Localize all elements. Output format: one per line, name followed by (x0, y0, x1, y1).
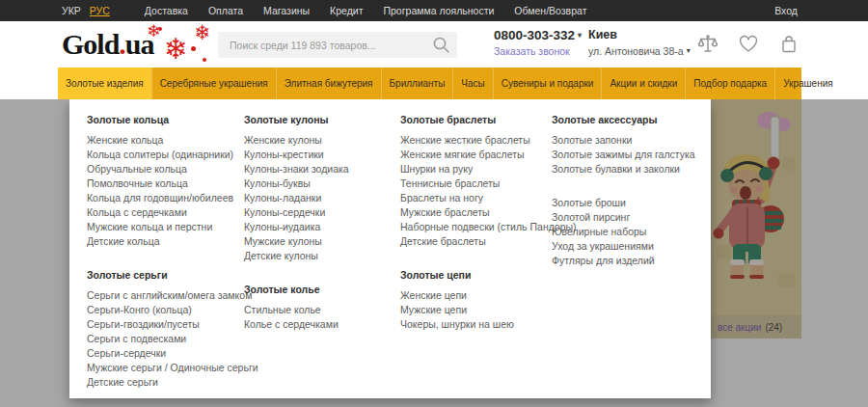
menu-section-title[interactable]: Золотые аксессуары (552, 113, 711, 127)
menu-item-link[interactable]: Серьги с английским/омега замком (87, 288, 244, 303)
topbar-link[interactable]: Программа лояльности (383, 5, 494, 16)
menu-item-link[interactable]: Золотые броши (552, 196, 711, 210)
menu-section: Золотые серьгиСерьги с английским/омега … (87, 268, 244, 390)
login-link[interactable]: Вход (774, 5, 798, 16)
menu-item-link[interactable]: Наборные подвески (стиль Пандоры) (400, 220, 552, 234)
callback-link[interactable]: Заказать звонок (494, 45, 582, 57)
menu-item-link[interactable]: Уход за украшениями (552, 239, 711, 254)
menu-item-link[interactable]: Кольца с сердечками (87, 205, 244, 220)
menu-item-link[interactable]: Мужские кольца и перстни (87, 220, 244, 234)
menu-item-link[interactable]: Кулоны-ладанки (244, 191, 400, 205)
language-switcher: УКР РУС (62, 5, 110, 16)
address-selector[interactable]: ул. Антоновича 38-а▾ (588, 45, 691, 57)
menu-item-link[interactable]: Золотые булавки и заколки (552, 162, 711, 176)
topbar-link[interactable]: Обмен/Возврат (514, 5, 586, 16)
menu-item-link[interactable]: Колье с сердечками (244, 317, 400, 332)
caret-down-icon: ▾ (578, 31, 582, 40)
menu-item-link[interactable]: Браслеты на ногу (400, 191, 552, 205)
main-nav: Золотые изделияСеребряные украшенияЭлитн… (58, 68, 801, 99)
topbar-link[interactable]: Оплата (208, 5, 243, 16)
menu-item-link[interactable]: Кольца солитеры (одинарники) (87, 148, 244, 162)
phone-number[interactable]: 0800-303-332▾ (494, 28, 582, 42)
topbar-link[interactable]: Кредит (330, 5, 363, 16)
snowflake-icon: ❄ (194, 22, 211, 42)
menu-item-link[interactable]: Кулоны-сердечки (244, 205, 400, 220)
mega-menu-column: Золотые браслетыЖенские жесткие браслеты… (400, 113, 552, 398)
red-dot-decoration (203, 58, 206, 62)
menu-item-link[interactable]: Мужские браслеты (400, 205, 552, 220)
red-dot-decoration (191, 46, 196, 51)
mega-menu-column: Золотые кулоныЖенские кулоныКулоны-крест… (244, 113, 400, 398)
wishlist-heart-icon[interactable] (737, 33, 760, 56)
menu-section: Золотые браслетыЖенские жесткие браслеты… (400, 113, 552, 249)
search-icon[interactable] (424, 32, 457, 58)
mega-menu: Золотые кольцаЖенские кольцаКольца солит… (69, 99, 711, 398)
nav-tab[interactable]: Сувениры и подарки (493, 68, 602, 99)
compare-scales-icon[interactable] (696, 33, 719, 56)
menu-item-link[interactable]: Женские мягкие браслеты (400, 148, 552, 162)
menu-item-link[interactable]: Кулоны-крестики (244, 148, 400, 162)
lang-ukr-link[interactable]: УКР (62, 5, 81, 16)
lang-rus-link[interactable]: РУС (90, 5, 110, 16)
menu-item-link[interactable]: Кулоны-знаки зодиака (244, 162, 400, 176)
menu-item-link[interactable]: Золотые зажимы для галстука (552, 148, 711, 162)
menu-item-link[interactable]: Серьги с подвесками (87, 332, 244, 346)
menu-item-link[interactable]: Серьги-Конго (кольца) (87, 303, 244, 317)
nav-tab[interactable]: Золотые изделия (58, 68, 151, 99)
menu-item-link[interactable]: Женские цепи (400, 288, 552, 303)
logo-text: Gold.ua (62, 21, 154, 68)
menu-item-link[interactable]: Серьги-гвоздики/пусеты (87, 317, 244, 332)
search-input[interactable] (218, 40, 424, 51)
nav-tab[interactable]: Серебряные украшения (151, 68, 276, 99)
menu-section-title[interactable]: Золотые кольца (87, 113, 244, 127)
cart-bag-icon[interactable] (777, 33, 800, 56)
nav-tab[interactable]: Элитная бижутерия (276, 68, 381, 99)
menu-item-link[interactable]: Женские кулоны (244, 133, 400, 148)
menu-section-title[interactable]: Золотые колье (244, 283, 400, 297)
menu-item-link[interactable]: Футляры для изделий (552, 254, 711, 268)
menu-item-link[interactable]: Детские серьги (87, 375, 244, 390)
topbar-link[interactable]: Доставка (145, 5, 188, 16)
menu-item-link[interactable]: Мужские кулоны (244, 234, 400, 249)
caret-down-icon: ▾ (687, 46, 691, 55)
menu-item-link[interactable]: Чокеры, шнурки на шею (400, 317, 552, 332)
menu-item-link[interactable]: Помолвочные кольца (87, 176, 244, 191)
menu-item-link[interactable]: Шнурки на руку (400, 162, 552, 176)
nav-tab[interactable]: Бриллианты (381, 68, 453, 99)
menu-item-link[interactable]: Стильные колье (244, 303, 400, 317)
menu-section-title[interactable]: Золотые кулоны (244, 113, 400, 127)
menu-item-link[interactable]: Кольца для годовщин/юбилеев (87, 191, 244, 205)
menu-item-link[interactable]: Кулоны-иудаика (244, 220, 400, 234)
menu-item-link[interactable]: Золотые запонки (552, 133, 711, 148)
menu-item-link[interactable]: Мужские цепи (400, 303, 552, 317)
snowflake-icon: ❄ (147, 23, 160, 40)
menu-section: Золотые аксессуарыЗолотые запонкиЗолотые… (552, 113, 711, 176)
menu-item-link[interactable]: Женские кольца (87, 133, 244, 148)
menu-item-link[interactable]: Детские браслеты (400, 234, 552, 249)
menu-item-link[interactable]: Детские кулоны (244, 249, 400, 263)
menu-item-link[interactable]: Серьги-сердечки (87, 346, 244, 361)
menu-section-title[interactable]: Золотые серьги (87, 268, 244, 283)
topbar-link[interactable]: Магазины (263, 5, 310, 16)
logo[interactable]: Gold.ua ❄ ❄ ❄ (62, 21, 154, 68)
menu-section: Золотые кольцаЖенские кольцаКольца солит… (87, 113, 244, 249)
menu-section: Золотые цепиЖенские цепиМужские цепиЧоке… (400, 268, 552, 332)
mega-menu-column: Золотые кольцаЖенские кольцаКольца солит… (87, 113, 244, 398)
nav-tab[interactable]: Украшения (774, 68, 841, 99)
nav-tab[interactable]: Подбор подарка (685, 68, 774, 99)
menu-item-link[interactable]: Теннисные браслеты (400, 176, 552, 191)
nav-tab[interactable]: Акции и скидки (601, 68, 685, 99)
menu-section-title[interactable]: Золотые цепи (400, 268, 552, 283)
menu-item-link[interactable]: Обручальные кольца (87, 162, 244, 176)
menu-item-link[interactable]: Кулоны-буквы (244, 176, 400, 191)
menu-item-link[interactable]: Золотой пирсинг (552, 210, 711, 225)
snowflake-icon: ❄ (164, 35, 188, 64)
search-bar (218, 32, 457, 58)
topbar-links: ДоставкаОплатаМагазиныКредитПрограмма ло… (145, 5, 587, 16)
menu-section-title[interactable]: Золотые браслеты (400, 113, 552, 127)
menu-item-link[interactable]: Детские кольца (87, 234, 244, 249)
nav-tab[interactable]: Часы (452, 68, 492, 99)
menu-item-link[interactable]: Женские жесткие браслеты (400, 133, 552, 148)
menu-item-link[interactable]: Ювелирные наборы (552, 225, 711, 239)
menu-item-link[interactable]: Мужские серьги / Одиночные серьги (87, 361, 244, 375)
